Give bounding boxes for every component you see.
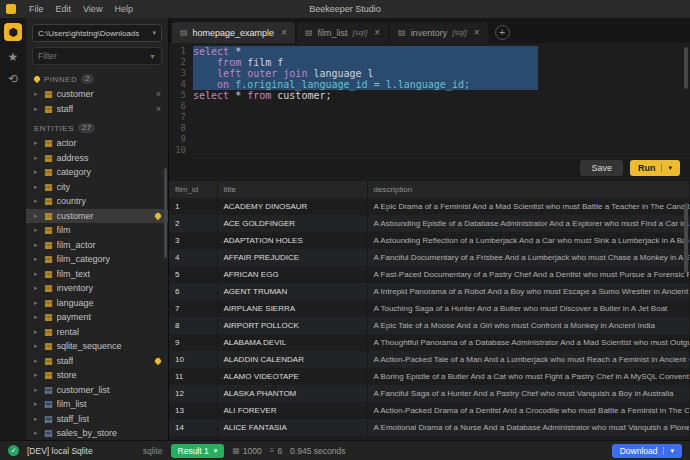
tab-film_list[interactable]: ▤film_list[sql]× bbox=[297, 22, 388, 43]
filter-input[interactable] bbox=[38, 51, 138, 61]
sidebar-item-sales_by_store[interactable]: ▸▤sales_by_store bbox=[26, 426, 168, 440]
chevron-right-icon[interactable]: ▸ bbox=[34, 90, 40, 98]
tab-inventory[interactable]: ▤inventory[sql]× bbox=[390, 22, 488, 43]
sidebar-item-film_category[interactable]: ▸▦film_category bbox=[26, 252, 168, 267]
column-header-film_id[interactable]: film_id bbox=[169, 181, 217, 198]
table-row[interactable]: 3ADAPTATION HOLESA Astounding Reflection… bbox=[169, 232, 690, 249]
save-button[interactable]: Save bbox=[580, 160, 623, 176]
table-row[interactable]: 14ALICE FANTASIAA Emotional Drama of a N… bbox=[169, 419, 690, 436]
chevron-right-icon[interactable]: ▸ bbox=[34, 154, 40, 162]
chevron-right-icon[interactable]: ▸ bbox=[34, 429, 40, 437]
connection-select[interactable]: C:\Users\ghtstng\Downloads ▾ bbox=[32, 24, 162, 42]
result-selector-button[interactable]: Result 1 ▾ bbox=[171, 444, 225, 458]
sidebar-item-staff_list[interactable]: ▸▤staff_list bbox=[26, 412, 168, 427]
tab-homepage_example[interactable]: ▤homepage_example× bbox=[172, 22, 295, 43]
close-tab-icon[interactable]: × bbox=[374, 27, 380, 38]
editor-line[interactable]: 1select * bbox=[169, 46, 690, 57]
chevron-right-icon[interactable]: ▸ bbox=[34, 197, 40, 205]
editor-line[interactable]: 5select * from customer; bbox=[169, 90, 690, 101]
download-button[interactable]: Download ▾ bbox=[612, 444, 682, 458]
sidebar-item-customer_list[interactable]: ▸▤customer_list bbox=[26, 383, 168, 398]
sidebar-item-inventory[interactable]: ▸▦inventory bbox=[26, 281, 168, 296]
editor-line[interactable]: 2 from film f bbox=[169, 57, 690, 68]
editor-line[interactable]: 4 on f.original_language_id = l.language… bbox=[169, 79, 690, 90]
sidebar-item-sqlite_sequence[interactable]: ▸▦sqlite_sequence bbox=[26, 339, 168, 354]
chevron-right-icon[interactable]: ▸ bbox=[34, 212, 40, 220]
chevron-right-icon[interactable]: ▸ bbox=[34, 139, 40, 147]
chevron-right-icon[interactable]: ▸ bbox=[34, 371, 40, 379]
sidebar-item-city[interactable]: ▸▦city bbox=[26, 180, 168, 195]
menu-help[interactable]: Help bbox=[108, 4, 139, 14]
sql-editor[interactable]: 1select *2 from film f3 left outer join … bbox=[169, 43, 690, 155]
chevron-right-icon[interactable]: ▸ bbox=[34, 241, 40, 249]
chevron-right-icon[interactable]: ▸ bbox=[34, 400, 40, 408]
pin-icon[interactable] bbox=[154, 212, 162, 220]
sidebar-item-address[interactable]: ▸▦address bbox=[26, 151, 168, 166]
column-header-title[interactable]: title bbox=[217, 181, 367, 198]
sidebar-item-customer[interactable]: ▸▦customer bbox=[26, 209, 168, 224]
chevron-right-icon[interactable]: ▸ bbox=[34, 357, 40, 365]
editor-line[interactable]: 6 bbox=[169, 101, 690, 112]
sidebar-item-film_text[interactable]: ▸▦film_text bbox=[26, 267, 168, 282]
menu-file[interactable]: File bbox=[23, 4, 50, 14]
unpin-icon[interactable]: × bbox=[156, 104, 161, 114]
chevron-right-icon[interactable]: ▸ bbox=[34, 226, 40, 234]
beekeeper-logo-icon[interactable]: ⬢ bbox=[4, 23, 22, 41]
sidebar-item-film_list[interactable]: ▸▤film_list bbox=[26, 397, 168, 412]
editor-scrollbar[interactable] bbox=[684, 47, 688, 89]
table-row[interactable]: 8AIRPORT POLLOCKA Epic Tale of a Moose A… bbox=[169, 317, 690, 334]
sidebar-item-actor[interactable]: ▸▦actor bbox=[26, 136, 168, 151]
pinned-section-header[interactable]: PINNED 2 bbox=[26, 67, 168, 87]
editor-line[interactable]: 10 bbox=[169, 145, 690, 155]
new-tab-button[interactable]: + bbox=[495, 25, 510, 40]
table-row[interactable]: 10ALADDIN CALENDARA Action-Packed Tale o… bbox=[169, 351, 690, 368]
sidebar-item-film_actor[interactable]: ▸▦film_actor bbox=[26, 238, 168, 253]
sidebar-item-payment[interactable]: ▸▦payment bbox=[26, 310, 168, 325]
run-button[interactable]: Run ▾ bbox=[630, 160, 680, 176]
entity-filter[interactable]: ▼ bbox=[32, 47, 162, 65]
close-tab-icon[interactable]: × bbox=[281, 27, 287, 38]
sidebar-item-rental[interactable]: ▸▦rental bbox=[26, 325, 168, 340]
sidebar-item-category[interactable]: ▸▦category bbox=[26, 165, 168, 180]
sidebar-item-store[interactable]: ▸▦store bbox=[26, 368, 168, 383]
chevron-right-icon[interactable]: ▸ bbox=[34, 183, 40, 191]
results-header-row[interactable]: film_idtitledescription bbox=[169, 181, 690, 198]
editor-line[interactable]: 8 bbox=[169, 123, 690, 134]
editor-line[interactable]: 7 bbox=[169, 112, 690, 123]
chevron-right-icon[interactable]: ▸ bbox=[34, 168, 40, 176]
chevron-right-icon[interactable]: ▸ bbox=[34, 270, 40, 278]
chevron-right-icon[interactable]: ▸ bbox=[34, 342, 40, 350]
sidebar-item-language[interactable]: ▸▦language bbox=[26, 296, 168, 311]
entities-section-header[interactable]: ENTITIES 27 bbox=[26, 116, 168, 136]
chevron-right-icon[interactable]: ▸ bbox=[34, 284, 40, 292]
table-row[interactable]: 4AFFAIR PREJUDICEA Fanciful Documentary … bbox=[169, 249, 690, 266]
connection-name[interactable]: [DEV] local Sqlite bbox=[27, 446, 93, 456]
close-tab-icon[interactable]: × bbox=[474, 27, 480, 38]
pinned-item-staff[interactable]: ▸▦staff× bbox=[26, 102, 168, 117]
table-row[interactable]: 5AFRICAN EGGA Fast-Paced Documentary of … bbox=[169, 266, 690, 283]
menu-edit[interactable]: Edit bbox=[50, 4, 78, 14]
favorites-star-icon[interactable]: ★ bbox=[8, 51, 19, 63]
table-row[interactable]: 7AIRPLANE SIERRAA Touching Saga of a Hun… bbox=[169, 300, 690, 317]
table-row[interactable]: 13ALI FOREVERA Action-Packed Drama of a … bbox=[169, 402, 690, 419]
pin-icon[interactable] bbox=[154, 357, 162, 365]
chevron-right-icon[interactable]: ▸ bbox=[34, 328, 40, 336]
table-row[interactable]: 9ALABAMA DEVILA Thoughtful Panorama of a… bbox=[169, 334, 690, 351]
sidebar-item-staff[interactable]: ▸▦staff bbox=[26, 354, 168, 369]
editor-line[interactable]: 9 bbox=[169, 134, 690, 145]
download-dropdown-icon[interactable]: ▾ bbox=[663, 447, 674, 455]
table-row[interactable]: 11ALAMO VIDEOTAPEA Boring Epistle of a B… bbox=[169, 368, 690, 385]
sidebar-item-country[interactable]: ▸▦country bbox=[26, 194, 168, 209]
table-row[interactable]: 1ACADEMY DINOSAURA Epic Drama of a Femin… bbox=[169, 198, 690, 215]
table-row[interactable]: 12ALASKA PHANTOMA Fanciful Saga of a Hun… bbox=[169, 385, 690, 402]
menu-view[interactable]: View bbox=[77, 4, 108, 14]
run-dropdown-icon[interactable]: ▾ bbox=[661, 164, 672, 172]
chevron-right-icon[interactable]: ▸ bbox=[34, 105, 40, 113]
sidebar-item-film[interactable]: ▸▦film bbox=[26, 223, 168, 238]
table-row[interactable]: 6AGENT TRUMANA Intrepid Panorama of a Ro… bbox=[169, 283, 690, 300]
editor-line[interactable]: 3 left outer join language l bbox=[169, 68, 690, 79]
results-scrollbar[interactable] bbox=[684, 203, 688, 273]
sidebar-scrollbar[interactable] bbox=[164, 168, 167, 258]
column-header-description[interactable]: description bbox=[367, 181, 690, 198]
history-icon[interactable]: ⟲ bbox=[8, 73, 18, 85]
